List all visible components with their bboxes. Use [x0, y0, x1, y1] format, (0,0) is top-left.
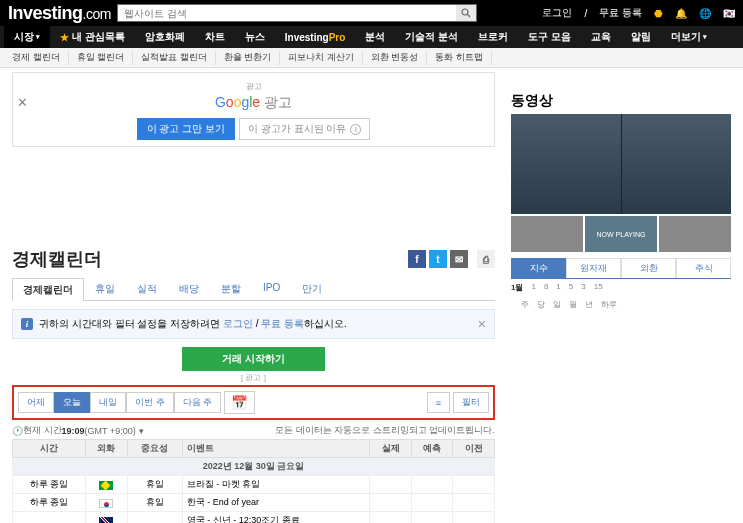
video-thumb-playing[interactable]: NOW PLAYING: [585, 216, 657, 252]
side-video-title: 동영상: [511, 92, 731, 110]
nav-crypto[interactable]: 암호화폐: [135, 26, 195, 48]
nav-edu[interactable]: 교육: [581, 26, 621, 48]
video-player[interactable]: [511, 114, 731, 214]
ad-google-text: Google 광고: [13, 94, 494, 112]
sep: /: [584, 8, 587, 19]
nav-technical[interactable]: 기술적 분석: [395, 26, 468, 48]
th-actual: 실제: [370, 440, 412, 458]
notice-text: 귀하의 시간대와 필터 설정을 저장하려면 로그인 / 무료 등록하십시오.: [39, 317, 347, 331]
side-tab-stock[interactable]: 주식: [676, 258, 731, 278]
th-currency: 외화: [86, 440, 128, 458]
date-filter-row: 어제 오늘 내일 이번 주 다음 주 📅 ≡ 필터: [12, 385, 495, 420]
cta-ad-label: [ 광고 ]: [12, 372, 495, 383]
th-event: 이벤트: [182, 440, 370, 458]
ad-label: 광고: [13, 81, 494, 92]
notice-signup[interactable]: 무료 등록: [261, 318, 304, 329]
shield-icon[interactable]: ⬣: [654, 8, 663, 19]
video-thumb[interactable]: [511, 216, 583, 252]
nav-broker[interactable]: 브로커: [468, 26, 518, 48]
nav-charts[interactable]: 차트: [195, 26, 235, 48]
tab-holiday[interactable]: 휴일: [84, 277, 126, 300]
filter-button[interactable]: 필터: [453, 392, 489, 413]
date-row: 2022년 12월 30일 금요일: [13, 458, 495, 476]
nav-more[interactable]: 더보기▾: [661, 26, 717, 48]
start-trading-button[interactable]: 거래 시작하기: [182, 347, 325, 371]
bell-icon[interactable]: 🔔: [675, 8, 687, 19]
nav-pro[interactable]: InvestingPro: [275, 26, 356, 48]
ad-stop-button[interactable]: 이 광고 그만 보기: [137, 118, 235, 140]
nav-watchlist[interactable]: ★내 관심목록: [50, 26, 135, 48]
notice-login[interactable]: 로그인: [223, 318, 253, 329]
nav-analysis[interactable]: 분석: [355, 26, 395, 48]
signup-link[interactable]: 무료 등록: [599, 6, 642, 20]
calendar-icon[interactable]: 📅: [224, 391, 255, 414]
tab-split[interactable]: 분할: [210, 277, 252, 300]
flag-icon[interactable]: 🇰🇷: [723, 8, 735, 19]
table-row[interactable]: 하루 종일 휴일 브라질 - 마켓 휴일: [13, 476, 495, 494]
meta-row: 🕐 현재 시간 19:09 (GMT +9:00) ▾ 모든 데이터는 자동으로…: [12, 422, 495, 439]
side-tab-forex[interactable]: 외환: [621, 258, 676, 278]
side-tab-commodity[interactable]: 원자재: [566, 258, 621, 278]
notice-bar: i 귀하의 시간대와 필터 설정을 저장하려면 로그인 / 무료 등록하십시오.…: [12, 309, 495, 339]
filter-list-icon[interactable]: ≡: [427, 392, 450, 413]
filter-yesterday[interactable]: 어제: [18, 392, 54, 413]
ad-block: ✕ 광고 Google 광고 이 광고 그만 보기 이 광고가 표시된 이유i: [12, 72, 495, 147]
svg-point-0: [462, 9, 468, 15]
search-input[interactable]: [118, 5, 456, 21]
print-icon[interactable]: ⎙: [477, 250, 495, 268]
ad-close-icon[interactable]: ✕: [17, 95, 28, 110]
table-row[interactable]: 영국 - 신년 - 12:30조기 종료: [13, 512, 495, 524]
tabs: 경제캘린더 휴일 실적 배당 분할 IPO 만기: [12, 277, 495, 301]
calendar-table: 시간 외화 중요성 이벤트 실제 예측 이전 2022년 12월 30일 금요일…: [12, 439, 495, 523]
nav-alerts[interactable]: 알림: [621, 26, 661, 48]
filter-this-week[interactable]: 이번 주: [126, 392, 174, 413]
sub-fx-conv[interactable]: 환율 변환기: [216, 51, 281, 65]
video-thumb[interactable]: [659, 216, 731, 252]
sub-heatmap[interactable]: 통화 히트맵: [427, 51, 492, 65]
meta-right-text: 모든 데이터는 자동으로 스트리밍되고 업데이트됩니다.: [275, 424, 495, 437]
page-title: 경제캘린더: [12, 247, 102, 271]
tz-dropdown-icon[interactable]: ▾: [139, 426, 144, 436]
tab-expiry[interactable]: 만기: [291, 277, 333, 300]
mini-calendar-days: 주 당 일 월 년 하루: [511, 296, 731, 313]
nav-tools[interactable]: 도구 모음: [518, 26, 581, 48]
info-icon: i: [21, 318, 33, 330]
login-link[interactable]: 로그인: [542, 6, 572, 20]
ad-why-button[interactable]: 이 광고가 표시된 이유i: [239, 118, 370, 140]
svg-line-1: [467, 15, 470, 18]
tab-ipo[interactable]: IPO: [252, 277, 291, 300]
mini-calendar: 1월 1 8 1 5 3 15: [511, 279, 731, 296]
info-icon: i: [350, 124, 361, 135]
tab-calendar[interactable]: 경제캘린더: [12, 278, 84, 301]
sub-econ-cal[interactable]: 경제 캘린더: [4, 51, 69, 65]
notice-close-icon[interactable]: ×: [478, 316, 486, 332]
filter-today[interactable]: 오늘: [54, 392, 90, 413]
side-tab-index[interactable]: 지수: [511, 258, 566, 278]
sub-holiday[interactable]: 휴일 캘린더: [69, 51, 134, 65]
clock-icon: 🕐: [12, 426, 23, 436]
share-facebook[interactable]: f: [408, 250, 426, 268]
sub-fx-vol[interactable]: 외환 변동성: [363, 51, 428, 65]
share-mail[interactable]: ✉: [450, 250, 468, 268]
th-forecast: 예측: [411, 440, 453, 458]
tab-earnings[interactable]: 실적: [126, 277, 168, 300]
search-box: [117, 4, 477, 22]
sub-fib[interactable]: 피보나치 계산기: [280, 51, 363, 65]
filter-tomorrow[interactable]: 내일: [90, 392, 126, 413]
sub-earnings[interactable]: 실적발표 캘린더: [133, 51, 216, 65]
share-twitter[interactable]: t: [429, 250, 447, 268]
flag-korea-icon: [99, 499, 113, 508]
flag-brazil-icon: [99, 481, 113, 490]
nav-main: 시장▾ ★내 관심목록 암호화폐 차트 뉴스 InvestingPro 분석 기…: [0, 26, 743, 48]
flag-uk-icon: [99, 517, 113, 523]
search-button[interactable]: [456, 5, 476, 21]
tab-dividend[interactable]: 배당: [168, 277, 210, 300]
logo[interactable]: Investing.com: [8, 3, 111, 24]
table-row[interactable]: 하루 종일 휴일 한국 - End of year: [13, 494, 495, 512]
th-previous: 이전: [453, 440, 495, 458]
nav-market[interactable]: 시장▾: [4, 26, 50, 48]
nav-news[interactable]: 뉴스: [235, 26, 275, 48]
th-time: 시간: [13, 440, 86, 458]
globe-icon[interactable]: 🌐: [699, 8, 711, 19]
filter-next-week[interactable]: 다음 주: [174, 392, 222, 413]
